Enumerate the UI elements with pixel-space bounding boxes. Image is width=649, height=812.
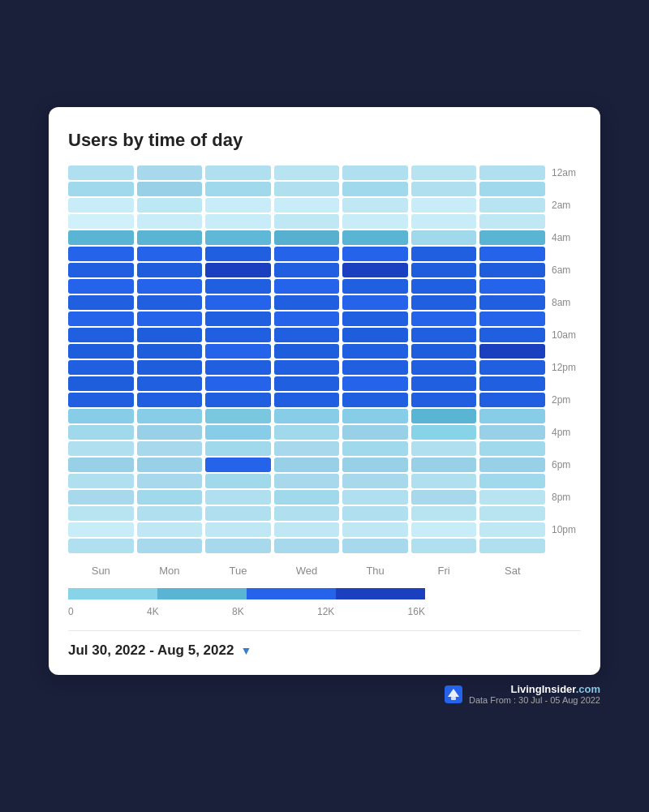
grid-cell [479, 279, 545, 294]
dropdown-arrow-icon[interactable]: ▼ [240, 644, 251, 657]
y-axis-label: 8pm [552, 492, 570, 502]
grid-cell [68, 311, 134, 326]
grid-row [68, 263, 545, 277]
legend-label: 4K [147, 606, 159, 617]
grid-cell [274, 230, 340, 245]
grid-cell [205, 311, 271, 326]
grid-cell [479, 263, 545, 277]
date-range-row[interactable]: Jul 30, 2022 - Aug 5, 2022 ▼ [68, 642, 581, 659]
grid-cell [411, 198, 477, 213]
y-axis-label: 10pm [552, 525, 576, 535]
grid-cell [137, 263, 203, 277]
grid-cell [137, 344, 203, 359]
y-axis-label: 2pm [552, 395, 570, 405]
grid-cell [411, 247, 477, 261]
grid-cell [205, 344, 271, 359]
y-axis-label: 4am [552, 233, 570, 243]
grid-cell [342, 522, 408, 537]
grid-cell [137, 214, 203, 229]
x-axis-label: Wed [274, 565, 340, 577]
grid-cell [479, 311, 545, 326]
grid-cell [137, 360, 203, 375]
grid-cell [137, 522, 203, 537]
grid-cell [479, 522, 545, 537]
grid-cell [68, 263, 134, 277]
grid-cell [137, 182, 203, 196]
grid-cell [68, 214, 134, 229]
grid-cell [68, 247, 134, 261]
grid-row [68, 182, 545, 196]
legend-segment [247, 588, 336, 599]
grid-row [68, 198, 545, 213]
grid-row [68, 344, 545, 359]
grid-cell [205, 393, 271, 407]
grid-cell [205, 539, 271, 553]
grid-cell [68, 409, 134, 423]
grid-cell [205, 247, 271, 261]
grid-cell [137, 198, 203, 213]
grid-cell [342, 165, 408, 180]
grid-row [68, 474, 545, 488]
grid-cell [205, 279, 271, 294]
grid-cell [205, 263, 271, 277]
grid-cell [274, 425, 340, 440]
grid-cell [205, 230, 271, 245]
grid-cell [274, 376, 340, 391]
grid-cell [137, 474, 203, 488]
grid-cell [479, 198, 545, 213]
legend-label: 0 [68, 606, 74, 617]
grid-row [68, 393, 545, 407]
grid-cell [342, 393, 408, 407]
grid-cell [274, 344, 340, 359]
grid-cell [137, 376, 203, 391]
x-axis-label: Sat [479, 565, 545, 577]
grid-cell [479, 425, 545, 440]
grid-row [68, 230, 545, 245]
grid-cell [68, 376, 134, 391]
y-axis-label: 6pm [552, 460, 570, 470]
y-axis-label: 4pm [552, 427, 570, 437]
grid-cell [68, 198, 134, 213]
grid-cell [137, 441, 203, 456]
grid-cell [137, 230, 203, 245]
grid-cell [68, 425, 134, 440]
chart-title: Users by time of day [68, 130, 581, 151]
brand-name: LivingInsider [510, 683, 575, 695]
grid-cell [479, 247, 545, 261]
grid-cell [68, 441, 134, 456]
grid-cell [68, 295, 134, 310]
grid-cell [411, 165, 477, 180]
y-axis-label: 12pm [552, 363, 576, 372]
grid-row [68, 425, 545, 440]
grid-cell [274, 393, 340, 407]
grid-cell [274, 247, 340, 261]
grid-cell [342, 214, 408, 229]
grid-cell [274, 328, 340, 342]
grid-cell [411, 328, 477, 342]
grid-cell [68, 279, 134, 294]
grid-cell [342, 360, 408, 375]
heatmap-grid [68, 165, 545, 553]
grid-cell [68, 539, 134, 553]
grid-cell [479, 458, 545, 472]
x-axis-label: Tue [205, 565, 271, 577]
grid-cell [411, 311, 477, 326]
grid-cell [342, 490, 408, 505]
grid-cell [205, 506, 271, 521]
grid-cell [137, 295, 203, 310]
grid-cell [274, 295, 340, 310]
grid-cell [68, 165, 134, 180]
grid-cell [274, 263, 340, 277]
grid-cell [411, 230, 477, 245]
legend-label: 8K [232, 606, 244, 617]
grid-cell [342, 295, 408, 310]
grid-cell [411, 279, 477, 294]
grid-cell [411, 263, 477, 277]
grid-cell [479, 182, 545, 196]
y-axis-label: 10am [552, 330, 576, 340]
grid-cell [411, 490, 477, 505]
footer-info: LivingInsider.com Data From : 30 Jul - 0… [469, 683, 600, 705]
grid-cell [411, 360, 477, 375]
grid-cell [68, 490, 134, 505]
grid-cell [68, 230, 134, 245]
